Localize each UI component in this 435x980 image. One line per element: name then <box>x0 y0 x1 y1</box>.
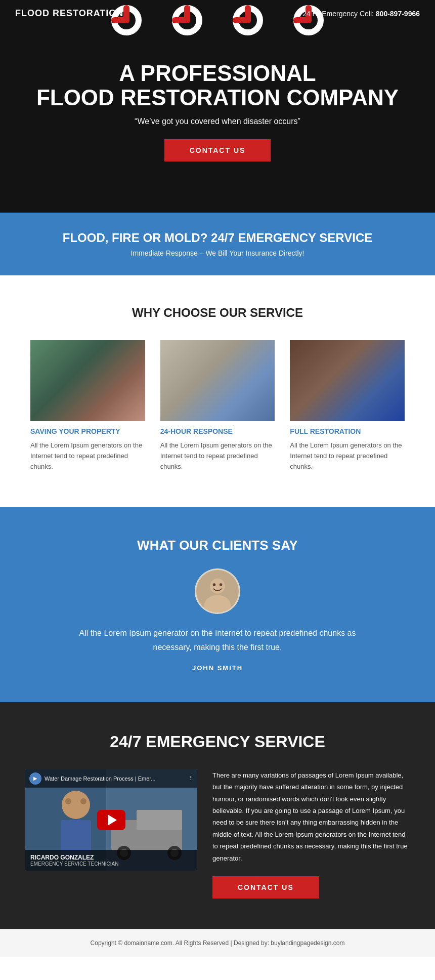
testimonials-section: WHAT OUR CLIENTS SAY All the Lorem Ipsum… <box>0 507 435 702</box>
svg-rect-8 <box>137 810 182 830</box>
hero-subtitle: “We’ve got you covered when disaster occ… <box>36 117 399 126</box>
phone-label: 24 Hr Emergency Cell: <box>302 10 374 18</box>
navigation: FLOOD RESTORATION 24 Hr Emergency Cell: … <box>0 0 435 27</box>
person-role: EMERGENCY SERVICE TECHNICIAN <box>30 861 192 867</box>
emergency-heading: FLOOD, FIRE OR MOLD? 24/7 EMERGENCY SERV… <box>20 231 415 245</box>
hero-title: A PROFESSIONAL FLOOD RESTORATION COMPANY <box>36 61 399 110</box>
site-logo: FLOOD RESTORATION <box>15 8 123 19</box>
video-icon: ▶ <box>29 772 41 785</box>
person-label: RICARDO GONZALEZ EMERGENCY SERVICE TECHN… <box>25 850 197 871</box>
service-image-1 <box>30 340 145 421</box>
avatar <box>195 568 240 614</box>
service-card-3: FULL RESTORATION All the Lorem Ipsum gen… <box>290 340 405 472</box>
emergency-subtext: Immediate Response – We Bill Your Insura… <box>20 249 415 257</box>
footer: Copyright © domainname.com. All Rights R… <box>0 929 435 957</box>
video-title-bar: ▶ Water Damage Restoration Process | Eme… <box>25 769 197 788</box>
service-image-3 <box>290 340 405 421</box>
footer-text: Copyright © domainname.com. All Rights R… <box>10 940 425 947</box>
why-section: WHY CHOOSE OUR SERVICE SAVING YOUR PROPE… <box>0 275 435 507</box>
video-title: Water Damage Restoration Process | Emer.… <box>45 775 155 782</box>
video-section-row: ▶ Water Damage Restoration Process | Eme… <box>25 769 410 899</box>
hero-title-line2: FLOOD RESTORATION COMPANY <box>36 85 399 110</box>
service-desc-2: All the Lorem Ipsum generators on the In… <box>160 440 275 472</box>
testimonial-quote: All the Lorem Ipsum generator on the Int… <box>76 626 359 654</box>
video-section-heading: 24/7 EMERGENCY SERVICE <box>25 732 410 751</box>
hero-cta-button[interactable]: CONTACT US <box>164 139 271 161</box>
svg-point-13 <box>62 791 90 819</box>
service-desc-3: All the Lorem Ipsum generators on the In… <box>290 440 405 472</box>
svg-point-15 <box>65 798 71 804</box>
service-card-2: 24-HOUR RESPONSE All the Lorem Ipsum gen… <box>160 340 275 472</box>
hero-content: A PROFESSIONAL FLOOD RESTORATION COMPANY… <box>16 61 419 162</box>
phone-info: 24 Hr Emergency Cell: 800-897-9966 <box>302 10 420 18</box>
video-section-header: 24/7 EMERGENCY SERVICE <box>25 732 410 751</box>
person-name: RICARDO GONZALEZ <box>30 854 192 861</box>
hero-section: FLOOD RESTORATION 24 Hr Emergency Cell: … <box>0 0 435 213</box>
service-card-1: SAVING YOUR PROPERTY All the Lorem Ipsum… <box>30 340 145 472</box>
service-desc-1: All the Lorem Ipsum generators on the In… <box>30 440 145 472</box>
emergency-banner: FLOOD, FIRE OR MOLD? 24/7 EMERGENCY SERV… <box>0 213 435 275</box>
service-title-1: SAVING YOUR PROPERTY <box>30 427 145 435</box>
why-heading: WHY CHOOSE OUR SERVICE <box>30 306 405 320</box>
video-thumbnail[interactable]: ▶ Water Damage Restoration Process | Eme… <box>25 769 197 871</box>
youtube-play-button[interactable] <box>97 810 125 830</box>
service-title-2: 24-HOUR RESPONSE <box>160 427 275 435</box>
svg-point-16 <box>80 798 86 804</box>
phone-number: 800-897-9966 <box>376 10 420 18</box>
svg-point-1 <box>210 579 225 594</box>
hero-title-line1: A PROFESSIONAL <box>119 61 316 86</box>
video-body-text: There are many variations of passages of… <box>212 769 410 864</box>
video-cta-button[interactable]: CONTACT US <box>212 876 319 899</box>
testimonials-heading: WHAT OUR CLIENTS SAY <box>40 538 395 553</box>
services-grid: SAVING YOUR PROPERTY All the Lorem Ipsum… <box>30 340 405 472</box>
avatar-image <box>196 568 239 614</box>
svg-point-4 <box>220 584 223 587</box>
service-image-2 <box>160 340 275 421</box>
video-section: 24/7 EMERGENCY SERVICE <box>0 702 435 929</box>
video-menu-icon[interactable]: ⋮ <box>188 775 193 782</box>
svg-point-3 <box>213 584 216 587</box>
video-text-area: There are many variations of passages of… <box>212 769 410 899</box>
testimonial-author: JOHN SMITH <box>40 664 395 672</box>
service-title-3: FULL RESTORATION <box>290 427 405 435</box>
